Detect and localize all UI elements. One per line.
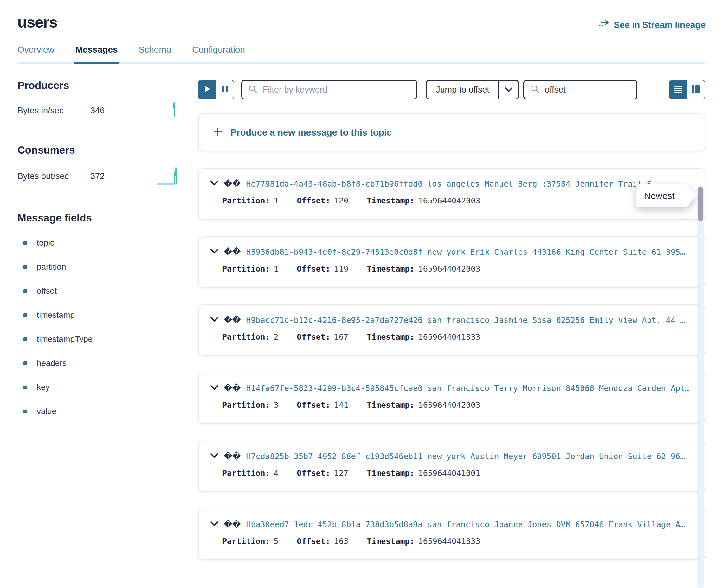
message-fields-heading: Message fields bbox=[17, 212, 184, 224]
message-summary[interactable]: H7cda825b-35b7-4952-88ef-c193d546eb11 ne… bbox=[246, 452, 692, 461]
key-glyph-icon: �� bbox=[224, 315, 241, 325]
newest-tooltip: Newest bbox=[636, 184, 696, 207]
messages-scrollbar-track[interactable] bbox=[697, 186, 704, 588]
message-row[interactable]: �� H9bacc71c-b12c-4216-8e95-2a7da727e426… bbox=[198, 304, 705, 356]
timestamp-meta: Timestamp:1659644041333 bbox=[367, 332, 480, 341]
message-field-label: key bbox=[37, 382, 49, 392]
expand-message-button[interactable] bbox=[210, 181, 219, 187]
pause-icon bbox=[222, 86, 228, 93]
message-field-item[interactable]: timestampType bbox=[17, 334, 184, 344]
square-bullet-icon bbox=[23, 241, 27, 245]
message-row[interactable]: �� H5936db81-b943-4e0f-8c29-74513e0c0d8f… bbox=[198, 236, 705, 288]
message-summary[interactable]: Hba30eed7-1edc-452b-8b1a-738d3b5d8a9a sa… bbox=[246, 520, 692, 529]
message-row[interactable]: �� H7cda825b-35b7-4952-88ef-c193d546eb11… bbox=[198, 441, 705, 492]
message-summary-line: �� H7cda825b-35b7-4952-88ef-c193d546eb11… bbox=[210, 451, 692, 461]
view-toggle-group bbox=[669, 80, 705, 100]
play-button[interactable] bbox=[199, 81, 216, 99]
square-bullet-icon bbox=[23, 265, 27, 269]
offset-value: 163 bbox=[334, 537, 348, 546]
play-icon bbox=[205, 86, 210, 93]
expand-message-button[interactable] bbox=[210, 249, 219, 255]
expand-message-button[interactable] bbox=[210, 317, 219, 323]
expand-message-button[interactable] bbox=[210, 521, 219, 527]
consumers-heading: Consumers bbox=[17, 144, 184, 156]
play-pause-group bbox=[198, 80, 234, 100]
message-summary[interactable]: He77981da-4a43-48ab-b8f8-cb71b96ffdd0 lo… bbox=[246, 179, 692, 189]
partition-meta: Partition:4 bbox=[222, 468, 279, 478]
square-bullet-icon bbox=[23, 337, 27, 341]
message-summary-line: �� H9bacc71c-b12c-4216-8e95-2a7da727e426… bbox=[210, 315, 692, 325]
key-glyph-icon: �� bbox=[224, 247, 241, 257]
jump-to-offset-select[interactable]: Jump to offset bbox=[426, 80, 519, 100]
tab-schema[interactable]: Schema bbox=[139, 45, 171, 64]
offset-value: 119 bbox=[334, 264, 348, 273]
offset-search-field[interactable] bbox=[523, 80, 637, 100]
timestamp-meta: Timestamp:1659644042003 bbox=[367, 264, 480, 273]
message-field-item[interactable]: headers bbox=[17, 358, 184, 368]
filter-keyword-input[interactable] bbox=[262, 85, 410, 95]
partition-value: 3 bbox=[274, 400, 279, 410]
message-field-item[interactable]: topic bbox=[17, 238, 184, 248]
tab-messages[interactable]: Messages bbox=[76, 45, 118, 64]
bytes-out-label: Bytes out/sec bbox=[17, 171, 90, 181]
messages-toolbar: Jump to offset bbox=[198, 80, 705, 100]
message-meta-line: Partition:1 Offset:119 Timestamp:1659644… bbox=[222, 264, 692, 273]
tab-configuration[interactable]: Configuration bbox=[192, 45, 245, 64]
timestamp-value: 1659644041333 bbox=[418, 537, 480, 546]
stream-lineage-label: See in Stream lineage bbox=[614, 20, 705, 30]
messages-scrollbar-thumb[interactable] bbox=[698, 187, 703, 221]
offset-value: 120 bbox=[334, 196, 348, 205]
timestamp-label: Timestamp: bbox=[367, 537, 415, 546]
message-field-item[interactable]: offset bbox=[17, 286, 184, 296]
partition-value: 1 bbox=[274, 264, 279, 273]
timestamp-label: Timestamp: bbox=[367, 400, 415, 410]
stream-lineage-link[interactable]: See in Stream lineage bbox=[599, 20, 705, 30]
offset-meta: Offset:119 bbox=[297, 264, 349, 273]
pause-button[interactable] bbox=[216, 81, 233, 99]
offset-meta: Offset:167 bbox=[297, 332, 349, 341]
message-row[interactable]: �� H14fa67fe-5823-4299-b3c4-595845cfcae0… bbox=[198, 373, 705, 424]
expand-message-button[interactable] bbox=[210, 385, 219, 391]
message-row[interactable]: �� Hba30eed7-1edc-452b-8b1a-738d3b5d8a9a… bbox=[198, 509, 705, 560]
message-summary[interactable]: H5936db81-b943-4e0f-8c29-74513e0c0d8f ne… bbox=[246, 248, 692, 257]
square-bullet-icon bbox=[23, 361, 27, 365]
message-meta-line: Partition:2 Offset:167 Timestamp:1659644… bbox=[222, 332, 692, 341]
bytes-in-sparkline bbox=[165, 101, 184, 120]
produce-message-button[interactable]: Produce a new message to this topic bbox=[198, 113, 705, 151]
tab-overview[interactable]: Overview bbox=[17, 45, 55, 64]
tab-label: Schema bbox=[139, 45, 171, 55]
message-field-item[interactable]: value bbox=[17, 406, 184, 416]
offset-label: Offset: bbox=[297, 537, 330, 546]
expand-message-button[interactable] bbox=[210, 453, 219, 459]
partition-value: 5 bbox=[274, 537, 279, 546]
partition-label: Partition: bbox=[222, 537, 270, 546]
message-meta-line: Partition:1 Offset:120 Timestamp:1659644… bbox=[222, 196, 692, 205]
list-view-button[interactable] bbox=[670, 81, 687, 99]
offset-value: 167 bbox=[334, 332, 348, 341]
message-summary-line: �� Hba30eed7-1edc-452b-8b1a-738d3b5d8a9a… bbox=[210, 520, 692, 529]
key-glyph-icon: �� bbox=[224, 520, 241, 529]
jump-to-offset-value: Jump to offset bbox=[427, 81, 498, 99]
columns-view-button[interactable] bbox=[687, 81, 705, 99]
message-summary[interactable]: H14fa67fe-5823-4299-b3c4-595845cfcae0 sa… bbox=[246, 384, 692, 393]
partition-meta: Partition:3 bbox=[222, 400, 279, 410]
key-glyph-icon: �� bbox=[224, 383, 241, 393]
timestamp-label: Timestamp: bbox=[367, 196, 415, 205]
timestamp-label: Timestamp: bbox=[367, 332, 415, 341]
timestamp-value: 1659644041333 bbox=[418, 332, 480, 341]
message-field-item[interactable]: partition bbox=[17, 262, 184, 272]
filter-keyword-field[interactable] bbox=[241, 80, 417, 100]
message-field-item[interactable]: timestamp bbox=[17, 310, 184, 320]
offset-search-input[interactable] bbox=[544, 85, 630, 95]
square-bullet-icon bbox=[23, 289, 27, 293]
message-row[interactable]: �� He77981da-4a43-48ab-b8f8-cb71b96ffdd0… bbox=[198, 168, 705, 219]
message-field-label: value bbox=[37, 406, 57, 416]
message-field-item[interactable]: key bbox=[17, 382, 184, 392]
message-summary[interactable]: H9bacc71c-b12c-4216-8e95-2a7da727e426 sa… bbox=[246, 316, 692, 325]
bytes-in-row: Bytes in/sec 346 bbox=[17, 101, 184, 120]
search-icon bbox=[248, 85, 257, 95]
offset-meta: Offset:127 bbox=[297, 468, 349, 478]
dashed-arrow-icon bbox=[599, 20, 610, 30]
timestamp-value: 1659644042003 bbox=[418, 264, 480, 273]
message-summary-line: �� He77981da-4a43-48ab-b8f8-cb71b96ffdd0… bbox=[210, 179, 692, 189]
